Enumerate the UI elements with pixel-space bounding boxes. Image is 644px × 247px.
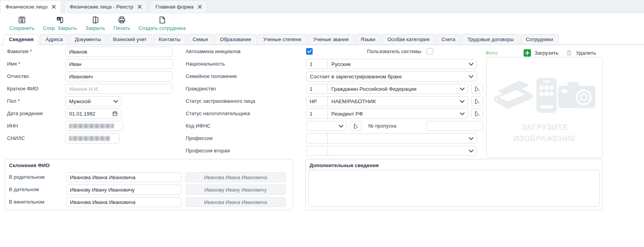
- close-icon[interactable]: [198, 5, 202, 9]
- ifns-code-label: Код ИФНС: [186, 121, 211, 131]
- nationality-select[interactable]: 1 Русские: [306, 59, 477, 69]
- reference-picker-icon: [474, 111, 480, 117]
- tab-voinskiy-uchet[interactable]: Воинский учет: [108, 34, 152, 45]
- profession2-select[interactable]: [306, 146, 477, 156]
- nationality-code: 1: [306, 59, 328, 69]
- pass-number-label: № пропуска: [368, 121, 396, 131]
- window-tab-label: Физическое лицо: [5, 4, 47, 10]
- genitive-label: В родительном: [9, 172, 45, 182]
- reference-picker-icon: [474, 86, 480, 92]
- additional-info-title: Дополнительные сведения: [310, 162, 379, 168]
- save-button[interactable]: Сохранить: [9, 16, 35, 31]
- citizenship-select[interactable]: 1 Гражданин Российской Федерации: [306, 84, 468, 94]
- reference-picker-icon: [353, 123, 359, 130]
- birth-date-input[interactable]: 01.01.1992: [65, 109, 122, 119]
- photo-upload-button[interactable]: Загрузить: [524, 49, 559, 57]
- photo-upload-label: Загрузить: [534, 50, 559, 56]
- gender-value: Мужской: [66, 98, 113, 104]
- calendar-icon[interactable]: [112, 111, 118, 117]
- ifns-picker-button[interactable]: [350, 121, 362, 131]
- save-and-close-button[interactable]: Сохр. Закрыть: [43, 16, 77, 31]
- tab-scheta[interactable]: Счета: [436, 34, 461, 45]
- chevron-down-icon: [460, 88, 465, 90]
- ifns-code-select[interactable]: [306, 121, 347, 131]
- citizenship-picker-button[interactable]: [471, 84, 483, 94]
- gender-label: Пол *: [7, 96, 20, 106]
- camera-icon: [558, 80, 598, 111]
- marital-status-value: Состоит в зарегистрированном браке: [306, 74, 469, 79]
- photo-placeholder-icons: [487, 73, 602, 117]
- genitive-suggest-button[interactable]: Иванова Ивана Ивановича: [185, 172, 286, 182]
- additional-info-textarea[interactable]: [308, 170, 600, 207]
- reference-picker-icon: [474, 98, 480, 105]
- insured-status-value: НАЕМ/РАБОТНИК: [328, 98, 460, 104]
- taxpayer-status-label: Статус налогоплательщика: [186, 109, 250, 119]
- print-label: Печать: [113, 25, 130, 31]
- trash-icon: [566, 49, 573, 57]
- tab-semya[interactable]: Семья: [187, 34, 213, 45]
- dative-suggest-button[interactable]: Иванову Ивану Ивановичу: [185, 185, 286, 195]
- profession2-label: Профессия вторая: [186, 146, 230, 156]
- print-icon: [117, 16, 126, 24]
- birth-date-value: 01.01.1992: [66, 111, 112, 117]
- tab-osobaya-kategoriya[interactable]: Особая категория: [382, 34, 435, 45]
- auto-initials-checkbox[interactable]: [306, 48, 313, 55]
- close-icon[interactable]: [138, 5, 142, 9]
- patronymic-input[interactable]: [65, 71, 173, 81]
- taxpayer-status-code: 1: [306, 109, 328, 118]
- surname-input[interactable]: [65, 47, 173, 57]
- close-button[interactable]: Закрыть: [85, 16, 105, 31]
- firstname-input[interactable]: [65, 59, 173, 69]
- tab-kontakty[interactable]: Контакты: [153, 34, 186, 45]
- snils-label: СНИЛС: [7, 133, 25, 143]
- dative-input[interactable]: [66, 185, 181, 195]
- photo-delete-button[interactable]: Удалить: [566, 49, 596, 57]
- taxpayer-status-select[interactable]: 1 Резидент РФ: [306, 109, 468, 119]
- snils-input[interactable]: [65, 133, 120, 143]
- tab-adresa[interactable]: Адреса: [40, 34, 68, 45]
- window-tab-label: Физические лица - Реестр: [70, 4, 133, 10]
- window-tab-person[interactable]: Физическое лицо: [0, 0, 61, 13]
- accusative-label: В винительном: [9, 197, 44, 207]
- tab-svedeniya[interactable]: Сведения: [3, 34, 39, 45]
- accusative-input[interactable]: [66, 197, 181, 207]
- citizenship-value: Гражданин Российской Федерации: [328, 86, 460, 92]
- insured-status-select[interactable]: НР НАЕМ/РАБОТНИК: [306, 96, 468, 106]
- short-fio-input[interactable]: [65, 84, 173, 94]
- firstname-label: Имя *: [7, 59, 20, 69]
- door-close-icon: [91, 16, 100, 24]
- tab-obrazovanie[interactable]: Образование: [214, 34, 257, 45]
- close-icon[interactable]: [52, 5, 56, 9]
- profession-select[interactable]: [306, 133, 477, 143]
- tab-trudovye-dogovory[interactable]: Трудовые договоры: [462, 34, 519, 45]
- nationality-label: Национальность: [186, 59, 225, 69]
- accusative-suggest-button[interactable]: Иванова Ивана Ивановича: [185, 197, 286, 207]
- photo-placeholder-text: ЗАГРУЗИТЕ ИЗОБРАЖЕНИЕ: [487, 122, 602, 144]
- inn-input[interactable]: [65, 121, 123, 131]
- photo-dropzone[interactable]: ЗАГРУЗИТЕ ИЗОБРАЖЕНИЕ: [486, 57, 603, 158]
- insured-status-picker-button[interactable]: [471, 96, 483, 106]
- profession-label: Профессия: [186, 133, 212, 143]
- pass-number-input[interactable]: [426, 121, 483, 131]
- photo-placeholder-line1: ЗАГРУЗИТЕ: [487, 122, 602, 133]
- marital-status-select[interactable]: Состоит в зарегистрированном браке: [306, 71, 477, 81]
- tab-dokumenty[interactable]: Документы: [70, 34, 106, 45]
- window-tab-main-form[interactable]: Главная форма: [150, 0, 207, 13]
- genitive-input[interactable]: [66, 172, 181, 182]
- system-user-checkbox[interactable]: [426, 48, 433, 55]
- close-label: Закрыть: [85, 25, 105, 31]
- citizenship-code: 1: [306, 84, 328, 93]
- tab-uchenye-stepeni[interactable]: Ученые степени: [258, 34, 307, 45]
- create-employee-button[interactable]: Создать сотрудника: [139, 16, 186, 31]
- toolbar: Сохранить Сохр. Закрыть Закрыть Печать С…: [0, 13, 644, 33]
- chevron-down-icon: [469, 137, 473, 140]
- form-tab-bar: Сведения Адреса Документы Воинский учет …: [0, 33, 644, 45]
- check-icon: [307, 50, 312, 53]
- gender-select[interactable]: Мужской: [65, 96, 122, 106]
- tab-sotrudniki[interactable]: Сотрудники: [520, 34, 559, 45]
- window-tab-registry[interactable]: Физические лица - Реестр: [64, 0, 147, 13]
- print-button[interactable]: Печать: [113, 16, 130, 31]
- tab-yazyki[interactable]: Языки: [355, 34, 381, 45]
- taxpayer-status-picker-button[interactable]: [471, 109, 483, 119]
- tab-uchenye-zvaniya[interactable]: Ученые звания: [308, 34, 354, 45]
